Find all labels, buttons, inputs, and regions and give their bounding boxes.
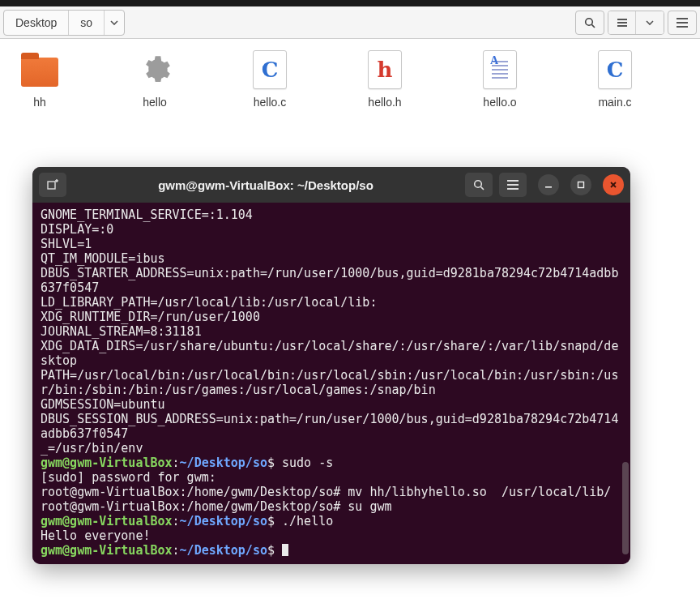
- list-icon: [617, 17, 628, 28]
- svg-rect-14: [507, 184, 519, 186]
- svg-rect-8: [48, 182, 55, 189]
- terminal-output-line: Hello everyone!: [41, 528, 150, 543]
- file-label: hello.h: [368, 96, 401, 109]
- svg-line-1: [591, 24, 595, 28]
- view-menu-button[interactable]: [636, 11, 664, 34]
- root-prompt: root@gwm-VirtualBox:/home/gwm/Desktop/so…: [41, 499, 340, 514]
- executable-icon: [135, 50, 174, 89]
- maximize-icon: [576, 180, 586, 190]
- hamburger-icon: [506, 179, 519, 190]
- list-view-button[interactable]: [608, 11, 636, 34]
- svg-rect-5: [677, 18, 688, 19]
- file-item-main-c[interactable]: C main.c: [578, 50, 651, 109]
- search-icon: [472, 178, 485, 191]
- close-icon: [608, 180, 618, 190]
- prompt-end: $: [267, 514, 275, 528]
- hamburger-menu-button[interactable]: [668, 11, 697, 35]
- breadcrumb-so[interactable]: so: [69, 11, 105, 35]
- terminal-output-line: _=/usr/bin/env: [41, 441, 143, 456]
- close-button[interactable]: [603, 174, 624, 195]
- prompt-path: ~/Desktop/so: [180, 543, 267, 558]
- minimize-button[interactable]: [538, 174, 559, 195]
- terminal-titlebar[interactable]: gwm@gwm-VirtualBox: ~/Desktop/so: [32, 167, 630, 203]
- prompt-end: $: [267, 456, 275, 470]
- root-prompt: root@gwm-VirtualBox:/home/gwm/Desktop/so…: [41, 485, 340, 499]
- terminal-scrollbar[interactable]: [622, 462, 629, 554]
- svg-rect-4: [617, 25, 627, 27]
- file-item-hello-o[interactable]: A hello.o: [463, 50, 536, 109]
- terminal-output-line: SHLVL=1: [41, 237, 92, 251]
- file-label: hello: [143, 96, 167, 109]
- minimize-icon: [544, 180, 553, 190]
- svg-rect-17: [578, 182, 584, 188]
- prompt-end: $: [267, 543, 275, 558]
- svg-rect-16: [545, 186, 552, 188]
- prompt-user: gwm@gwm-VirtualBox: [41, 456, 173, 470]
- svg-line-12: [480, 186, 484, 190]
- svg-point-0: [586, 18, 593, 25]
- file-item-hello-h[interactable]: h hello.h: [348, 50, 421, 109]
- prompt-user: gwm@gwm-VirtualBox: [41, 543, 173, 558]
- view-switcher: [608, 11, 664, 35]
- file-label: hello.c: [254, 96, 286, 109]
- prompt-path: ~/Desktop/so: [180, 514, 267, 528]
- breadcrumb-desktop[interactable]: Desktop: [4, 11, 69, 35]
- prompt-user: gwm@gwm-VirtualBox: [41, 514, 173, 528]
- hamburger-icon: [676, 17, 689, 28]
- file-label: hh: [33, 96, 46, 109]
- terminal-output-line: DISPLAY=:0: [41, 222, 113, 237]
- terminal-output-line: [sudo] password for gwm:: [41, 470, 216, 485]
- file-item-hello[interactable]: hello: [118, 50, 191, 109]
- prompt-sep: :: [173, 456, 180, 470]
- terminal-menu-button[interactable]: [499, 173, 527, 197]
- terminal-output-line: PATH=/usr/local/bin:/usr/local/bin:/usr/…: [41, 368, 618, 397]
- file-label: main.c: [598, 96, 631, 109]
- terminal-output-line: DBUS_SESSION_BUS_ADDRESS=unix:path=/run/…: [41, 412, 618, 441]
- svg-rect-3: [617, 22, 627, 24]
- terminal-output-line: XDG_RUNTIME_DIR=/run/user/1000: [41, 310, 260, 324]
- terminal-body[interactable]: GNOME_TERMINAL_SERVICE=:1.104 DISPLAY=:0…: [32, 203, 630, 564]
- search-button[interactable]: [575, 11, 604, 35]
- c-source-icon: C: [598, 50, 632, 89]
- terminal-window: gwm@gwm-VirtualBox: ~/Desktop/so: [32, 167, 630, 564]
- file-item-hello-c[interactable]: C hello.c: [233, 50, 306, 109]
- terminal-output-line: JOURNAL_STREAM=8:31181: [41, 324, 202, 339]
- terminal-output-line: XDG_DATA_DIRS=/usr/share/ubuntu:/usr/loc…: [41, 339, 618, 368]
- svg-rect-15: [507, 188, 519, 190]
- terminal-command: ./hello: [275, 514, 333, 528]
- terminal-command: mv hh/libhyhello.so /usr/local/lib/: [340, 485, 611, 499]
- window-top-strip: [0, 0, 700, 6]
- chevron-down-icon: [645, 18, 655, 28]
- folder-icon: [20, 50, 59, 89]
- terminal-search-button[interactable]: [465, 173, 493, 197]
- prompt-path: ~/Desktop/so: [180, 456, 267, 470]
- breadcrumb-menu-icon[interactable]: [105, 18, 124, 28]
- terminal-output-line: LD_LIBRARY_PATH=/usr/local/lib:/usr/loca…: [41, 295, 377, 310]
- c-header-icon: h: [368, 50, 402, 89]
- new-tab-button[interactable]: [39, 173, 66, 197]
- prompt-sep: :: [173, 514, 180, 528]
- file-manager-toolbar: Desktop so: [0, 6, 700, 39]
- file-grid: hh hello C hello.c h hello.h A hello.o C…: [0, 39, 700, 109]
- file-item-hh[interactable]: hh: [3, 50, 76, 109]
- terminal-title: gwm@gwm-VirtualBox: ~/Desktop/so: [73, 178, 459, 192]
- prompt-sep: :: [173, 543, 180, 558]
- file-manager-window: Desktop so: [0, 0, 700, 162]
- terminal-output-line: DBUS_STARTER_ADDRESS=unix:path=/run/user…: [41, 266, 618, 295]
- svg-rect-7: [677, 26, 688, 28]
- object-file-icon: A: [483, 50, 517, 89]
- maximize-button[interactable]: [570, 174, 591, 195]
- terminal-output-line: QT_IM_MODULE=ibus: [41, 251, 165, 266]
- breadcrumb: Desktop so: [3, 10, 125, 36]
- terminal-command: sudo -s: [275, 456, 333, 470]
- search-icon: [583, 16, 596, 29]
- c-source-icon: C: [253, 50, 287, 89]
- terminal-cursor: [282, 544, 288, 556]
- terminal-output-line: GDMSESSION=ubuntu: [41, 397, 165, 412]
- terminal-output-line: GNOME_TERMINAL_SERVICE=:1.104: [41, 208, 253, 222]
- file-label: hello.o: [483, 96, 516, 109]
- svg-point-11: [475, 181, 482, 188]
- svg-rect-13: [507, 180, 519, 182]
- svg-rect-2: [617, 19, 627, 20]
- terminal-command: su gwm: [340, 499, 391, 514]
